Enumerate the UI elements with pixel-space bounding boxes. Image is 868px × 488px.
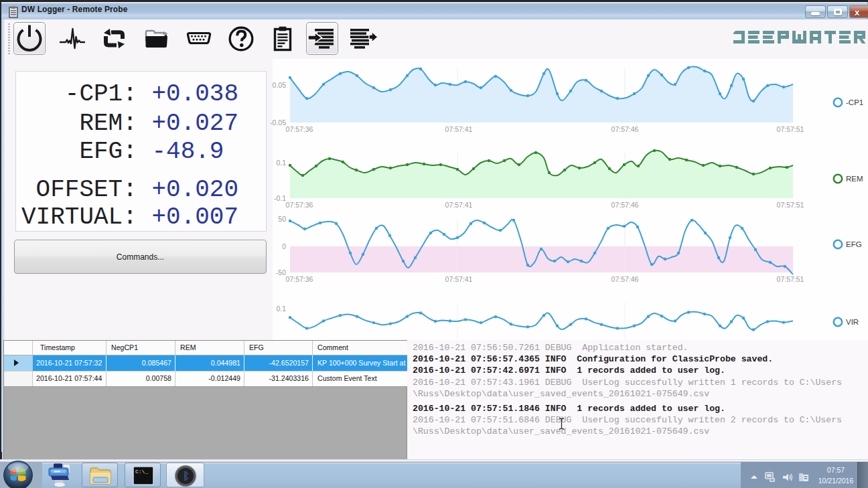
svg-text:07:57:36: 07:57:36 xyxy=(286,125,313,133)
svg-text:0.05: 0.05 xyxy=(273,81,287,89)
svg-text:EFG: EFG xyxy=(846,240,862,248)
svg-text:REM: REM xyxy=(846,175,863,183)
svg-text:07:57:46: 07:57:46 xyxy=(611,275,639,283)
svg-text:07:57:51: 07:57:51 xyxy=(777,125,804,133)
svg-text:07:57:36: 07:57:36 xyxy=(286,201,313,209)
svg-text:07:57:36: 07:57:36 xyxy=(286,275,313,283)
svg-text:VIR: VIR xyxy=(846,318,859,326)
svg-text:07:57:46: 07:57:46 xyxy=(611,201,639,209)
svg-text:-0.1: -0.1 xyxy=(274,194,286,202)
svg-text:07:57:51: 07:57:51 xyxy=(777,275,804,283)
svg-text:07:57:46: 07:57:46 xyxy=(611,125,639,133)
svg-text:0.1: 0.1 xyxy=(276,159,286,167)
svg-text:07:57:41: 07:57:41 xyxy=(445,275,473,283)
svg-text:-CP1: -CP1 xyxy=(846,98,863,106)
svg-text:C:\_: C:\_ xyxy=(135,469,148,475)
svg-text:-50: -50 xyxy=(276,268,286,276)
svg-text:07:57:41: 07:57:41 xyxy=(445,125,473,133)
svg-text:0.1: 0.1 xyxy=(276,305,286,313)
svg-text:0: 0 xyxy=(282,242,286,250)
svg-text:50: 50 xyxy=(278,215,286,223)
svg-text:07:57:51: 07:57:51 xyxy=(777,201,804,209)
svg-text:07:57:41: 07:57:41 xyxy=(445,201,473,209)
svg-text:-0.05: -0.05 xyxy=(270,118,286,127)
